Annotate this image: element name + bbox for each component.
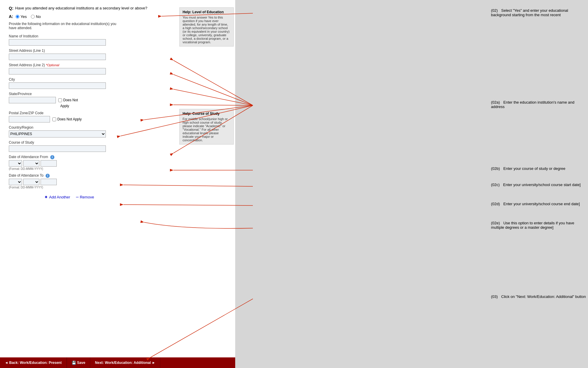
annotation-02a: (02a) Enter the education institution's … xyxy=(491,100,588,109)
city-label: City xyxy=(9,77,226,82)
add-another-button[interactable]: ✦ Add Another xyxy=(44,194,70,200)
institution-input[interactable] xyxy=(9,39,106,46)
main-container: Q: Have you attended any educational ins… xyxy=(0,0,588,368)
next-label: Next: Work/Education: Additional ► xyxy=(95,361,155,365)
yes-label: Yes xyxy=(21,14,27,19)
no-label: No xyxy=(36,14,41,19)
remove-button[interactable]: – Remove xyxy=(76,194,94,200)
annotation-02c-label: (02c) xyxy=(491,183,500,187)
annotation-03: (03) Click on "Next: Work/Education: Add… xyxy=(491,294,586,299)
date-to-month-select[interactable] xyxy=(23,179,39,185)
annotation-02e: (02e) Use this option to enter details i… xyxy=(491,221,588,230)
next-button[interactable]: Next: Work/Education: Additional ► xyxy=(90,357,160,368)
street2-label: Street Address (Line 2) *Optional xyxy=(9,63,226,67)
state-label: State/Province xyxy=(9,92,226,96)
annotation-02-label: (02) xyxy=(491,8,498,13)
no-radio[interactable] xyxy=(31,15,35,19)
state-does-not-apply-label[interactable]: Does Not xyxy=(58,98,78,102)
date-from-format: (Format: DD-MMM-YYYY) xyxy=(9,167,226,170)
state-does-not-apply-text: Does Not xyxy=(63,98,78,102)
annotation-02b-text: Enter your course of study or degree xyxy=(503,166,565,171)
date-from-row xyxy=(9,160,226,167)
yes-radio[interactable] xyxy=(16,15,19,19)
help-cos-text: For middle school/junior high or high sc… xyxy=(183,117,230,142)
street1-field-group: Street Address (Line 1) xyxy=(9,49,226,60)
q-label: Q: xyxy=(9,6,14,11)
country-select[interactable]: PHILIPPINES xyxy=(9,130,106,137)
postal-does-not-apply-label[interactable]: Does Not Apply xyxy=(52,117,82,121)
save-button[interactable]: 💾 Save xyxy=(67,357,90,368)
annotation-02b-label: (02b) xyxy=(491,166,500,171)
annotation-02b: (02b) Enter your course of study or degr… xyxy=(491,166,565,171)
street2-input[interactable] xyxy=(9,68,106,74)
form-panel: Q: Have you attended any educational ins… xyxy=(0,0,235,368)
help-box-cos: Help: Course of Study For middle school/… xyxy=(179,109,234,145)
annotation-02-text: Select "Yes" and enter your educational … xyxy=(491,8,568,17)
street1-input[interactable] xyxy=(9,54,106,60)
street1-label: Street Address (Line 1) xyxy=(9,49,226,53)
date-to-year-input[interactable] xyxy=(41,179,57,185)
save-label: 💾 Save xyxy=(72,361,85,365)
date-from-info-icon[interactable]: i xyxy=(50,155,54,159)
state-apply-text: Apply xyxy=(9,104,226,108)
annotation-02a-label: (02a) xyxy=(491,100,500,105)
postal-does-not-apply-checkbox[interactable] xyxy=(52,117,56,121)
annotation-02d-label: (02d) xyxy=(491,202,500,206)
no-radio-option[interactable]: No xyxy=(31,14,41,19)
add-icon: ✦ xyxy=(44,194,48,200)
city-input[interactable] xyxy=(9,82,106,89)
date-from-field-group: Date of Attendance From i (Format: DD-MM… xyxy=(9,155,226,170)
date-from-month-select[interactable] xyxy=(23,160,39,167)
annotation-02e-label: (02e) xyxy=(491,221,500,225)
help-box-level: Help: Level of Education You must answer… xyxy=(179,7,234,47)
remove-label: Remove xyxy=(80,195,94,199)
street2-optional: *Optional xyxy=(46,63,59,67)
action-buttons: ✦ Add Another – Remove xyxy=(9,194,226,200)
annotation-02: (02) Select "Yes" and enter your educati… xyxy=(491,8,588,17)
date-to-row xyxy=(9,179,226,185)
radio-group: Yes No xyxy=(16,14,41,19)
annotation-03-label: (03) xyxy=(491,294,498,299)
a-label: A: xyxy=(9,14,13,19)
annotation-03-text: Click on "Next: Work/Education: Addition… xyxy=(501,294,586,299)
postal-input[interactable] xyxy=(9,116,50,122)
annotation-02d-text: Enter your university/school course end … xyxy=(503,202,580,206)
course-input[interactable] xyxy=(9,145,106,152)
annotations-panel: (02) Select "Yes" and enter your educati… xyxy=(235,0,588,368)
postal-does-not-apply-text: Does Not Apply xyxy=(57,117,82,121)
yes-radio-option[interactable]: Yes xyxy=(16,14,27,19)
date-to-format: (Format: DD-MMM-YYYY) xyxy=(9,186,226,189)
state-does-not-apply-checkbox[interactable] xyxy=(58,98,62,102)
city-field-group: City xyxy=(9,77,226,89)
street2-field-group: Street Address (Line 2) *Optional xyxy=(9,63,226,74)
annotation-02c: (02c) Enter your university/school cours… xyxy=(491,183,581,187)
annotation-02c-text: Enter your university/school course star… xyxy=(503,183,581,187)
date-to-field-group: Date of Attendance To i (Format: DD-MMM-… xyxy=(9,173,226,189)
date-from-year-input[interactable] xyxy=(41,160,57,167)
back-button[interactable]: ◄ Back: Work/Education: Present xyxy=(0,357,67,368)
add-another-label: Add Another xyxy=(49,195,70,199)
date-to-label: Date of Attendance To i xyxy=(9,173,226,178)
instruction-text: Provide the following information on the… xyxy=(9,22,121,30)
date-to-info-icon[interactable]: i xyxy=(46,174,50,178)
annotation-02a-text: Enter the education institution's name a… xyxy=(491,100,574,109)
state-row: Does Not xyxy=(9,97,226,103)
date-to-day-select[interactable] xyxy=(9,179,22,185)
nav-bar: ◄ Back: Work/Education: Present 💾 Save N… xyxy=(0,357,235,368)
state-field-group: State/Province Does Not Apply xyxy=(9,92,226,108)
annotation-02d: (02d) Enter your university/school cours… xyxy=(491,202,580,206)
back-label: ◄ Back: Work/Education: Present xyxy=(5,361,62,365)
remove-icon: – xyxy=(76,194,79,200)
help-level-title: Help: Level of Education xyxy=(183,10,230,14)
annotation-02e-text: Use this option to enter details if you … xyxy=(491,221,574,230)
help-cos-title: Help: Course of Study xyxy=(183,112,230,116)
date-from-label: Date of Attendance From i xyxy=(9,155,226,159)
help-level-text: You must answer Yes to this question if … xyxy=(183,16,230,44)
state-input[interactable] xyxy=(9,97,56,103)
date-from-day-select[interactable] xyxy=(9,160,22,167)
